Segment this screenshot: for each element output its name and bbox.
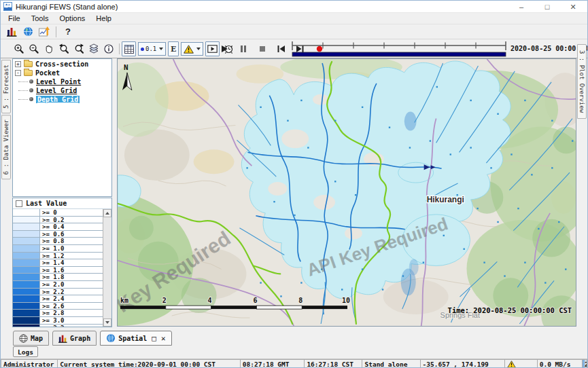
zoom-out-button[interactable] — [27, 41, 41, 56]
main-toolbar: ? — [1, 24, 587, 39]
legend-row[interactable]: >= 2.0 — [13, 281, 103, 289]
tab-forecast[interactable]: 5 : Forecast — [1, 60, 11, 113]
legend-row[interactable]: >= 0.2 — [13, 217, 103, 224]
spatial-display-button[interactable] — [36, 25, 52, 39]
tree-view: + Cross-section - Pocket Level Point Lev… — [12, 58, 112, 197]
title-bar: Hikurangi FEWS (Stand alone) – □ ✕ — [1, 1, 587, 13]
timeseries-display-button[interactable] — [3, 25, 20, 39]
tree-item-level-point[interactable]: Level Point — [13, 77, 111, 86]
pause-icon — [239, 45, 247, 53]
last-value-checkbox[interactable] — [16, 200, 22, 207]
tab-map[interactable]: Map — [13, 331, 49, 346]
collapse-icon[interactable]: - — [15, 70, 21, 76]
zoom-in-icon — [14, 43, 24, 54]
status-local-time: 16:27:18 CST — [304, 359, 362, 368]
legend-label: >= 1.4 — [40, 259, 103, 266]
map-toolbar: 0.1 E — [1, 39, 587, 58]
legend-swatch — [13, 310, 40, 316]
tab-label: Spatial — [118, 335, 147, 342]
scroll-up-button[interactable] — [103, 209, 111, 217]
legend-row[interactable]: >= 0 — [13, 209, 103, 217]
menu-help[interactable]: Help — [91, 14, 116, 23]
grid-display-button[interactable] — [122, 41, 136, 56]
class-interval-dropdown[interactable]: 0.1 — [138, 42, 166, 56]
tree-item-cross-section[interactable]: + Cross-section — [13, 60, 111, 68]
tree-item-pocket[interactable]: - Pocket — [13, 69, 111, 77]
stop-button[interactable] — [255, 41, 269, 56]
map-display-button[interactable] — [20, 25, 36, 39]
tab-graph[interactable]: Graph — [52, 331, 97, 346]
info-button[interactable] — [101, 41, 116, 56]
time-slider[interactable] — [291, 41, 507, 58]
status-bar: Administrator Current system time:2020-0… — [1, 358, 587, 368]
tree-item-level-grid[interactable]: Level Grid — [13, 86, 111, 94]
zoom-next-button[interactable] — [71, 41, 86, 56]
current-time-label: 2020-08-25 00:00:00 CST — [511, 45, 588, 52]
scroll-down-button[interactable] — [103, 318, 111, 327]
expand-icon[interactable]: + — [15, 61, 21, 67]
pan-button[interactable] — [41, 41, 56, 56]
legend-row[interactable]: >= 1.4 — [13, 259, 103, 267]
tab-restore-icon[interactable]: □ — [152, 334, 156, 343]
layers-button[interactable] — [86, 41, 101, 56]
folder-icon — [24, 70, 33, 76]
map-panel[interactable]: API Key Required API Key Required Hikura… — [117, 58, 576, 327]
maximize-button[interactable]: □ — [534, 1, 560, 13]
bullet-icon — [29, 97, 33, 101]
legend-row[interactable]: >= 2.8 — [13, 310, 103, 317]
menu-tools[interactable]: Tools — [27, 14, 54, 23]
legend-row[interactable]: >= 2.4 — [13, 295, 103, 303]
legend-row[interactable]: >= 1.2 — [13, 253, 103, 260]
globe-icon — [106, 333, 116, 343]
tab-data-viewer[interactable]: 6 : Data Viewer — [1, 115, 11, 179]
legend-label: >= 2.2 — [40, 289, 103, 295]
status-warning-cell[interactable] — [504, 359, 536, 368]
menu-options[interactable]: Options — [54, 14, 90, 23]
classification-button[interactable]: E — [168, 41, 179, 56]
zoom-in-button[interactable] — [12, 41, 26, 56]
hand-icon — [44, 43, 54, 54]
warning-dropdown[interactable] — [181, 42, 203, 56]
legend-scrollbar[interactable] — [103, 209, 111, 327]
menu-file[interactable]: File — [3, 14, 25, 23]
legend-row[interactable]: >= 0.6 — [13, 231, 103, 238]
legend-row[interactable]: >= 1.6 — [13, 267, 103, 274]
legend-swatch — [13, 245, 40, 252]
legend-row[interactable]: >= 3.0 — [13, 317, 103, 325]
close-button[interactable]: ✕ — [560, 1, 586, 13]
menu-bar: File Tools Options Help — [1, 13, 587, 24]
folder-icon — [24, 61, 33, 67]
legend-row[interactable]: >= 1.0 — [13, 245, 103, 253]
legend-swatch — [13, 267, 40, 274]
dropdown-caret-icon — [196, 48, 201, 50]
pause-button[interactable] — [236, 41, 250, 56]
play-button[interactable] — [217, 41, 231, 56]
stop-icon — [258, 45, 266, 53]
help-button[interactable]: ? — [60, 25, 76, 39]
svg-text:2: 2 — [162, 297, 167, 304]
skip-start-button[interactable] — [274, 41, 288, 56]
legend-label: >= 2.4 — [40, 295, 103, 302]
legend-row[interactable]: >= 2.2 — [13, 289, 103, 296]
tab-plot-overview[interactable]: 3 : Plot Overview — [577, 44, 587, 119]
legend-row[interactable]: >= 0.4 — [13, 223, 103, 231]
map-canvas[interactable]: API Key Required API Key Required Hikura… — [118, 59, 576, 326]
legend-swatch — [13, 231, 40, 238]
legend-row[interactable]: >= 3.2 — [13, 325, 103, 327]
legend-row[interactable]: >= 0.8 — [13, 238, 103, 245]
legend-row[interactable]: >= 2.6 — [13, 303, 103, 310]
zoom-previous-button[interactable] — [56, 41, 71, 56]
logs-button[interactable]: Logs — [13, 346, 38, 357]
status-coordinates: -35.657 , 174.199 — [420, 359, 505, 368]
tab-label: Map — [31, 335, 43, 342]
toolbar-separator — [119, 43, 120, 54]
tree-item-depth-grid[interactable]: Depth Grid — [13, 95, 111, 103]
scroll-down-icon — [105, 321, 109, 324]
legend-swatch — [13, 274, 40, 280]
legend-row[interactable]: >= 1.8 — [13, 274, 103, 281]
tab-spatial[interactable]: Spatial □ ✕ — [100, 331, 171, 346]
minimize-button[interactable]: – — [508, 1, 534, 13]
status-gmt-time: 08:27:18 GMT — [240, 359, 305, 368]
play-icon — [220, 45, 228, 53]
tab-close-icon[interactable]: ✕ — [161, 334, 166, 343]
